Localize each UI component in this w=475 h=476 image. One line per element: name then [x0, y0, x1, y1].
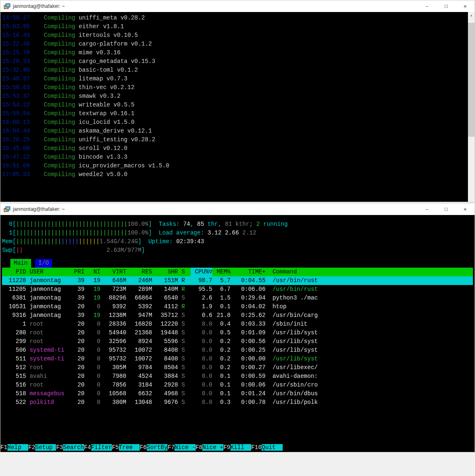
svg-rect-3: [6, 207, 10, 210]
compile-line: 16:45.00 Compiling scroll v0.12.0: [2, 144, 473, 153]
process-row[interactable]: 518 messagebus 20 0 10568 6632 4968 S 0.…: [2, 389, 473, 398]
fkey-F10[interactable]: F10: [251, 444, 262, 451]
process-row[interactable]: 522 polkitd 20 0 380M 13048 9676 S 0.00.…: [2, 398, 473, 407]
mem-meter: Mem[||||||||||||||||||||||||1.54G/4.24G]…: [2, 237, 473, 246]
close-button[interactable]: ✕: [456, 203, 475, 215]
tab-bar: Main I/O: [10, 259, 473, 268]
fkey-label-F8[interactable]: Nice +: [202, 444, 223, 451]
process-row[interactable]: 516 root 20 0 7856 3184 2928 S 0.00.1 0:…: [2, 381, 473, 389]
svg-rect-1: [6, 4, 10, 7]
compile-line: 15:25.70 Compiling mime v0.3.16: [2, 48, 473, 57]
window-controls-1: ─ ☐ ✕: [417, 0, 475, 12]
fkey-F7[interactable]: F7: [167, 444, 174, 451]
fkey-label-F2[interactable]: Setup: [35, 444, 56, 451]
compile-line: 16:47.22 Compiling bincode v1.3.3: [2, 153, 473, 162]
minimize-button[interactable]: ─: [417, 0, 436, 12]
process-row[interactable]: 1 root 20 0 28336 16828 12220 S 0.00.4 0…: [2, 320, 473, 329]
swp-meter: Swp[|| 2.63M/977M]: [2, 246, 473, 255]
fkey-label-F4[interactable]: Filter: [91, 444, 112, 451]
compile-line: 15:32.80 Compiling basic-toml v0.1.2: [2, 66, 473, 75]
compile-line: 15:48.97 Compiling litemap v0.7.3: [2, 75, 473, 83]
process-row[interactable]: 11205 janmontag 39 19 723M 289M 140M R 9…: [2, 285, 473, 294]
fkey-F8[interactable]: F8: [196, 444, 203, 451]
process-row[interactable]: 280 root 20 0 54940 21368 19448 S 0.00.5…: [2, 329, 473, 337]
cpu0-meter: 0[||||||||||||||||||||||||||||||||100.0%…: [2, 220, 473, 229]
window-title-2: janmontag@thafaker: ~: [13, 206, 65, 212]
process-row[interactable]: 299 root 20 0 32596 8924 5596 S 0.00.2 0…: [2, 337, 473, 346]
titlebar-cargo[interactable]: janmontag@thafaker: ~ ─ ☐ ✕: [0, 0, 475, 12]
compile-line: 17:05.53 Compiling weedle2 v5.0.0: [2, 170, 473, 179]
putty-window-htop: janmontag@thafaker: ~ ─ ☐ ✕ 0[||||||||||…: [0, 203, 475, 452]
fkey-F4[interactable]: F4: [84, 444, 91, 451]
compile-line: 15:53.37 Compiling smawk v0.3.2: [2, 92, 473, 101]
fkey-label-F6[interactable]: SortBy: [147, 444, 167, 451]
fkey-label-F1[interactable]: Help: [7, 444, 28, 451]
process-row[interactable]: 10531 janmontag 20 0 9392 5392 4112 R 1.…: [2, 302, 473, 311]
compile-line: 16:00.13 Compiling icu_locid v1.5.0: [2, 118, 473, 127]
scrollbar-thumb[interactable]: [468, 23, 475, 137]
fkey-F1[interactable]: F1: [0, 444, 7, 451]
fkey-F2[interactable]: F2: [28, 444, 35, 451]
window-controls-2: ─ ☐ ✕: [417, 203, 475, 215]
compile-line: 15:10.49 Compiling itertools v0.10.5: [2, 31, 473, 40]
fkey-label-F9[interactable]: Kill: [230, 444, 251, 451]
process-row[interactable]: 11228 janmontag 39 19 646M 246M 151M R 9…: [2, 276, 473, 285]
titlebar-htop[interactable]: janmontag@thafaker: ~ ─ ☐ ✕: [0, 203, 475, 215]
fkey-F5[interactable]: F5: [112, 444, 119, 451]
fkey-F3[interactable]: F3: [56, 444, 63, 451]
cpu1-meter: 1[||||||||||||||||||||||||||||||||100.0%…: [2, 229, 473, 237]
process-row[interactable]: 9316 janmontag 39 19 1238M 947M 35712 S …: [2, 311, 473, 320]
process-row[interactable]: 512 root 20 0 305M 9784 8504 S 0.00.2 0:…: [2, 363, 473, 372]
maximize-button[interactable]: ☐: [436, 0, 456, 12]
window-title-1: janmontag@thafaker: ~: [13, 3, 65, 9]
compile-line: 16:20.25 Compiling uniffi_testing v0.28.…: [2, 135, 473, 144]
tab-main[interactable]: Main: [10, 259, 31, 268]
fkey-label-F3[interactable]: Search: [63, 444, 84, 451]
fkey-label-F7[interactable]: Nice -: [174, 444, 195, 451]
close-button[interactable]: ✕: [456, 0, 475, 12]
compile-line: 15:54.22 Compiling writeable v0.5.5: [2, 101, 473, 109]
compile-line: 16:51.09 Compiling icu_provider_macros v…: [2, 162, 473, 170]
compile-line: 16:04.44 Compiling askama_derive v0.12.1: [2, 127, 473, 135]
compile-line: 15:22.36 Compiling cargo-platform v0.1.2: [2, 40, 473, 48]
terminal-htop[interactable]: 0[||||||||||||||||||||||||||||||||100.0%…: [0, 215, 475, 452]
compile-line: 14:50.27 Compiling uniffi_meta v0.28.2: [2, 14, 473, 22]
putty-icon: [4, 206, 10, 213]
terminal-cargo[interactable]: 14:50.27 Compiling uniffi_meta v0.28.215…: [0, 12, 475, 202]
tab-io[interactable]: I/O: [35, 259, 52, 268]
compile-line: 15:03.95 Compiling either v1.8.1: [2, 22, 473, 31]
process-header[interactable]: PID USER PRI NI VIRT RES SHR S CPU%▽MEM%…: [2, 268, 473, 276]
compile-line: 15:50.63 Compiling thin-vec v0.2.12: [2, 83, 473, 92]
compile-line: 15:28.93 Compiling cargo_metadata v0.15.…: [2, 57, 473, 66]
process-row[interactable]: 506 systemd-ti 20 0 95732 10072 8408 S 0…: [2, 346, 473, 355]
minimize-button[interactable]: ─: [417, 203, 436, 215]
fkey-label-F5[interactable]: Tree: [119, 444, 140, 451]
putty-icon: [4, 3, 10, 10]
process-row[interactable]: 515 avahi 20 0 7980 4524 3884 S 0.00.1 0…: [2, 372, 473, 381]
process-row[interactable]: 511 systemd-ti 20 0 95732 10072 8408 S 0…: [2, 355, 473, 363]
putty-window-cargo: janmontag@thafaker: ~ ─ ☐ ✕ 14:50.27 Com…: [0, 0, 475, 202]
fkey-label-F10[interactable]: Quit: [262, 444, 282, 451]
fkey-F9[interactable]: F9: [223, 444, 230, 451]
process-row[interactable]: 6381 janmontag 39 19 88296 66864 6540 S …: [2, 294, 473, 302]
scrollbar-1[interactable]: ▴: [468, 12, 475, 202]
maximize-button[interactable]: ☐: [436, 203, 456, 215]
function-key-bar: F1Help F2Setup F3SearchF4FilterF5Tree F6…: [0, 443, 475, 452]
fkey-F6[interactable]: F6: [140, 444, 147, 451]
compile-line: 15:55.54 Compiling textwrap v0.16.1: [2, 109, 473, 118]
